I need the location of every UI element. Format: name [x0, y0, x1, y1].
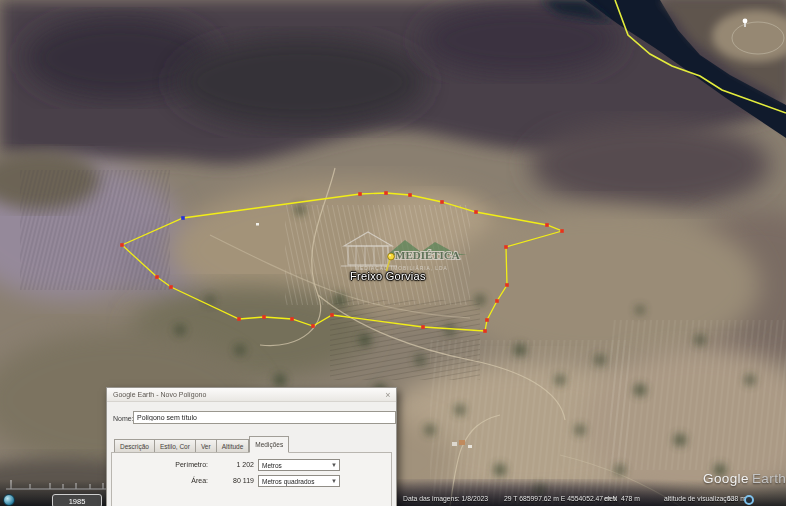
polygon-vertex[interactable] [504, 245, 508, 249]
polygon-vertex[interactable] [560, 229, 564, 233]
polygon-vertex[interactable] [155, 275, 159, 279]
google-earth-logo: GoogleEarth [703, 471, 786, 486]
timeline-year-handle[interactable]: 1985 [52, 494, 102, 506]
clock-icon[interactable] [3, 494, 15, 506]
elevation-label: elev [604, 495, 616, 502]
logo-google: Google [703, 471, 749, 486]
polygon-vertex[interactable] [485, 318, 489, 322]
chevron-down-icon: ▼ [331, 460, 337, 471]
area-unit-dropdown[interactable]: Metros quadrados ▼ [258, 475, 340, 487]
name-label: Nome: [113, 415, 134, 422]
polygon-vertex[interactable] [483, 329, 487, 333]
perimeter-value: 1 202 [210, 461, 254, 468]
polygon-vertex[interactable] [474, 210, 478, 214]
polygon-vertex[interactable] [237, 317, 241, 321]
polygon-vertex[interactable] [545, 223, 549, 227]
polygon-vertex[interactable] [495, 299, 499, 303]
tab-estilo-cor[interactable]: Estilo, Cor [155, 439, 196, 453]
dialog-tabs: Descrição Estilo, Cor Ver Altitude Mediç… [114, 437, 289, 453]
measurements-panel: Perímetro: 1 202 Metros ▼ Área: 80 119 M… [111, 452, 392, 506]
perimeter-label: Perímetro: [118, 461, 208, 468]
tab-ver[interactable]: Ver [196, 439, 217, 453]
close-icon[interactable]: × [383, 390, 393, 400]
utm-coordinates: 29 T 685997.62 m E 4554052.47 m N [504, 495, 618, 502]
polygon-vertex[interactable] [408, 193, 412, 197]
tab-descricao[interactable]: Descrição [114, 439, 155, 453]
new-polygon-dialog: Google Earth - Novo Polígono × Nome: Des… [106, 387, 397, 506]
logo-earth: Earth [752, 471, 786, 486]
area-unit-value: Metros quadrados [262, 478, 314, 485]
polygon-vertex[interactable] [358, 192, 362, 196]
polygon-vertex[interactable] [120, 243, 124, 247]
polygon-vertex[interactable] [440, 200, 444, 204]
polygon-vertex[interactable] [421, 325, 425, 329]
polygon-vertex[interactable] [330, 313, 334, 317]
view-altitude-label: altitude de visualização [664, 495, 734, 502]
chevron-down-icon: ▼ [331, 476, 337, 487]
polygon-vertex[interactable] [169, 285, 173, 289]
tab-medicoes[interactable]: Medições [249, 436, 289, 453]
polygon-vertex[interactable] [311, 324, 315, 328]
area-value: 80 119 [210, 477, 254, 484]
polygon-vertex[interactable] [290, 317, 294, 321]
dialog-title-bar[interactable]: Google Earth - Novo Polígono [107, 388, 396, 402]
polygon-vertex[interactable] [505, 283, 509, 287]
imagery-date: Data das imagens: 1/8/2023 [403, 495, 488, 502]
area-label: Área: [118, 477, 208, 484]
polygon-vertex[interactable] [181, 216, 185, 220]
polygon-vertex[interactable] [384, 191, 388, 195]
name-input[interactable] [133, 411, 396, 424]
placemark-label[interactable]: Freixo Gorvias [350, 270, 426, 282]
elevation-value: 478 m [621, 495, 640, 502]
eye-altitude-icon [744, 495, 754, 505]
polygon-vertex[interactable] [262, 315, 266, 319]
perimeter-unit-value: Metros [262, 462, 282, 469]
google-earth-window: MEDIÉTICA MEDIAÇÃO IMOBILIÁRIA, LDA Frei… [0, 0, 786, 506]
perimeter-unit-dropdown[interactable]: Metros ▼ [258, 459, 340, 471]
tab-altitude[interactable]: Altitude [217, 439, 250, 453]
